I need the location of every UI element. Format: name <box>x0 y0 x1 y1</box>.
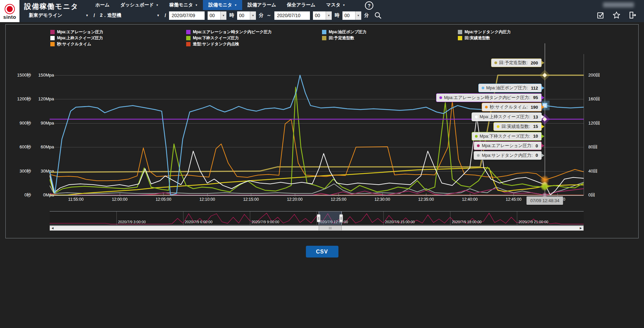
timeline-navigator[interactable]: 2020/7/9 3:00:002020/7/9 6:00:002020/7/9… <box>50 211 584 225</box>
legend-label: Mpa:下枠スクイーズ圧力 <box>193 35 239 41</box>
tooltip-arrow <box>541 105 544 109</box>
axis-tick-label: 80回 <box>588 144 608 150</box>
legend-swatch <box>50 42 55 46</box>
x-axis-tick <box>426 193 426 196</box>
x-axis-label: 12:00:00 <box>106 197 133 202</box>
chevron-down-icon: ▼ <box>220 11 226 20</box>
legend-swatch <box>50 30 55 34</box>
date-from-input[interactable]: 2020/07/09 <box>169 11 205 20</box>
help-icon[interactable]: ? <box>365 1 373 10</box>
hour-to-value: 00 <box>313 11 326 20</box>
crosshair-marker-planned_count <box>543 74 547 77</box>
nav-item-label: マスタ <box>326 2 340 8</box>
hour-from-value: 00 <box>208 11 220 20</box>
checklist-icon[interactable] <box>597 11 604 19</box>
x-axis-label: 12:15:00 <box>237 197 264 202</box>
tooltip-series-dot <box>475 115 478 118</box>
legend-swatch <box>322 30 326 34</box>
tooltip-arrow <box>541 125 544 129</box>
legend-label: Mpa:エアレーション時タンク内ピーク圧力 <box>193 29 272 35</box>
scroll-left-arrow-icon[interactable]: ◀ <box>50 226 55 230</box>
legend-label: Mpa:サンドタンク内圧力 <box>465 29 511 35</box>
scroll-right-arrow-icon[interactable]: ▶ <box>578 226 583 230</box>
legend-label: 秒:サイクルタイム <box>57 41 91 47</box>
x-axis-tick <box>338 193 339 196</box>
nav-item-保全アラーム[interactable]: 保全アラーム <box>281 0 321 10</box>
x-axis-tick <box>251 193 251 196</box>
line-select[interactable]: 新東デモライン ▼ <box>27 11 91 20</box>
tooltip-label: 回:予定造型数: <box>499 60 528 66</box>
legend-item[interactable]: 回:予定造型数 <box>322 35 458 41</box>
legend-item[interactable]: Mpa:サンドタンク内圧力 <box>458 29 594 35</box>
axis-tick-label: 300秒 <box>10 169 31 174</box>
page-title: 設備稼働モニタ <box>24 2 78 11</box>
main-nav: ホームダッシュボード▼稼働モニタ▼設備モニタ▼設備アラーム保全アラームマスタ▼ <box>90 0 351 10</box>
navigator-handle-right[interactable] <box>339 214 343 222</box>
tooltip-value: 200 <box>531 60 538 65</box>
separator: / <box>94 13 95 18</box>
tooltip-actual_count: 回:実績造型数:15 <box>493 122 542 131</box>
logout-icon[interactable] <box>629 11 637 19</box>
search-button[interactable] <box>374 11 382 19</box>
legend-column: Mpa:エアレーション時タンク内ピーク圧力Mpa:下枠スクイーズ圧力造型:サンド… <box>186 29 322 47</box>
legend-item[interactable]: Mpa:エアレーション時タンク内ピーク圧力 <box>186 29 322 35</box>
nav-item-設備モニタ[interactable]: 設備モニタ▼ <box>203 0 242 10</box>
x-axis-tick <box>163 193 164 196</box>
legend-swatch <box>186 36 191 40</box>
axis-tick-label: 200回 <box>588 73 608 78</box>
x-axis-tick <box>470 193 470 196</box>
legend-item[interactable]: 秒:サイクルタイム <box>50 41 186 47</box>
scrollbar-thumb[interactable] <box>319 226 342 230</box>
legend-label: 回:実績造型数 <box>465 35 490 41</box>
nav-item-ダッシュボード[interactable]: ダッシュボード▼ <box>115 0 164 10</box>
legend-item[interactable]: Mpa:上枠スクイーズ圧力 <box>50 35 186 41</box>
tooltip-arrow <box>541 61 544 65</box>
axis-tick-label: 600秒 <box>10 144 31 150</box>
x-axis-label: 12:40:00 <box>457 197 483 202</box>
axis-tick-label: 120回 <box>588 121 608 126</box>
date-to-input[interactable]: 2020/07/10 <box>274 11 310 20</box>
tooltip-label: Mpa:エアレーション圧力: <box>482 143 532 149</box>
tooltip-cycle_time: 秒:サイクルタイム:190 <box>482 103 542 111</box>
nav-item-稼働モニタ[interactable]: 稼働モニタ▼ <box>164 0 203 10</box>
top-bar: sinto 設備稼働モニタ ホームダッシュボード▼稼働モニタ▼設備モニタ▼設備ア… <box>0 0 644 22</box>
legend-swatch <box>50 36 55 40</box>
csv-export-button[interactable]: CSV <box>306 246 338 257</box>
gridline <box>50 75 584 76</box>
x-axis-tick <box>382 193 383 196</box>
legend-item[interactable]: 回:実績造型数 <box>458 35 594 41</box>
nav-item-マスタ[interactable]: マスタ▼ <box>321 0 351 10</box>
legend-item[interactable]: Mpa:エアレーション圧力 <box>50 29 186 35</box>
x-axis-label: 12:45:00 <box>500 197 527 202</box>
navigator-selected-range[interactable] <box>319 212 342 225</box>
axis-tick-label: 160回 <box>588 96 608 102</box>
minute-to-select[interactable]: 00 ▼ <box>342 11 361 20</box>
range-separator: ～ <box>267 12 271 18</box>
search-icon <box>374 11 382 19</box>
legend-swatch <box>186 42 191 46</box>
hour-from-select[interactable]: 00 ▼ <box>208 11 226 20</box>
navigator-handle-left[interactable] <box>317 214 321 222</box>
navigator-scrollbar[interactable]: ◀ ▶ <box>50 226 584 231</box>
chart-plot-area[interactable]: 07/09 12:48:34 回:予定造型数:200Mpa:油圧ポンプ圧力:11… <box>50 54 584 195</box>
legend-item[interactable]: 造型:サンドタンク内点検 <box>186 41 322 47</box>
hour-to-select[interactable]: 00 ▼ <box>313 11 332 20</box>
x-axis-tick <box>207 193 208 196</box>
x-axis-label: 12:35:00 <box>413 197 439 202</box>
x-axis-label: 12:10:00 <box>194 197 221 202</box>
machine-select-value: 2．造型機 <box>100 12 121 18</box>
nav-item-ホーム[interactable]: ホーム <box>90 0 115 10</box>
nav-item-label: ダッシュボード <box>120 2 154 8</box>
axis-tick-label: 0回 <box>588 192 608 198</box>
tooltip-label: 秒:サイクルタイム: <box>490 104 528 110</box>
minute-from-select[interactable]: 00 ▼ <box>237 11 256 20</box>
legend-item[interactable]: Mpa:下枠スクイーズ圧力 <box>186 35 322 41</box>
legend-item[interactable]: Mpa:油圧ポンプ圧力 <box>322 29 458 35</box>
hour-suffix: 時 <box>335 12 339 18</box>
tooltip-series-dot <box>497 125 499 128</box>
chevron-down-icon: ▼ <box>342 4 345 7</box>
separator: / <box>165 13 166 18</box>
machine-select[interactable]: 2．造型機 ▼ <box>98 11 162 20</box>
nav-item-設備アラーム[interactable]: 設備アラーム <box>242 0 281 10</box>
favorite-star-icon[interactable] <box>612 11 621 19</box>
